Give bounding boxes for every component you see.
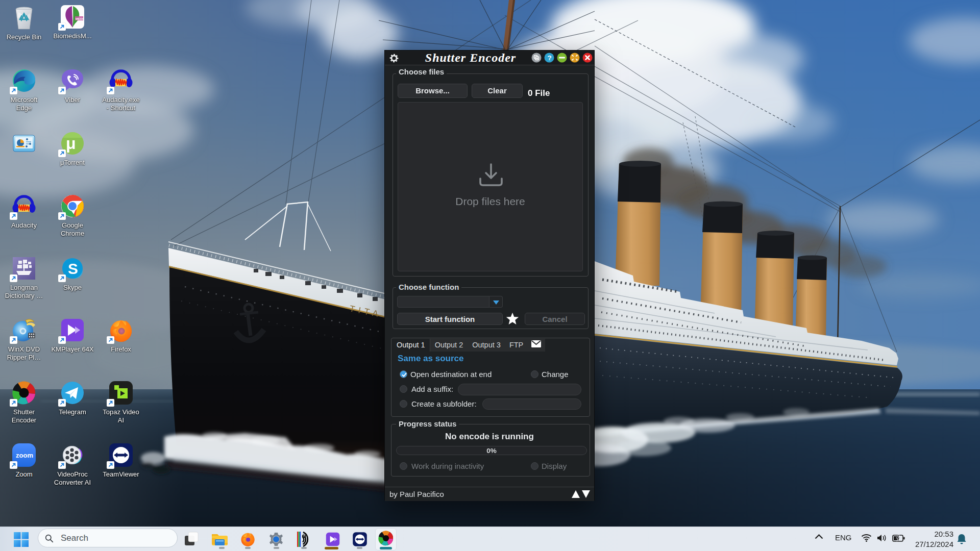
svg-text:MEDI: MEDI [76, 17, 83, 20]
svg-text:?: ? [548, 54, 552, 62]
svg-text:S: S [68, 260, 78, 277]
svg-text:?: ? [303, 534, 305, 538]
svg-text:zoom: zoom [16, 452, 33, 459]
svg-text:μ: μ [66, 134, 76, 153]
